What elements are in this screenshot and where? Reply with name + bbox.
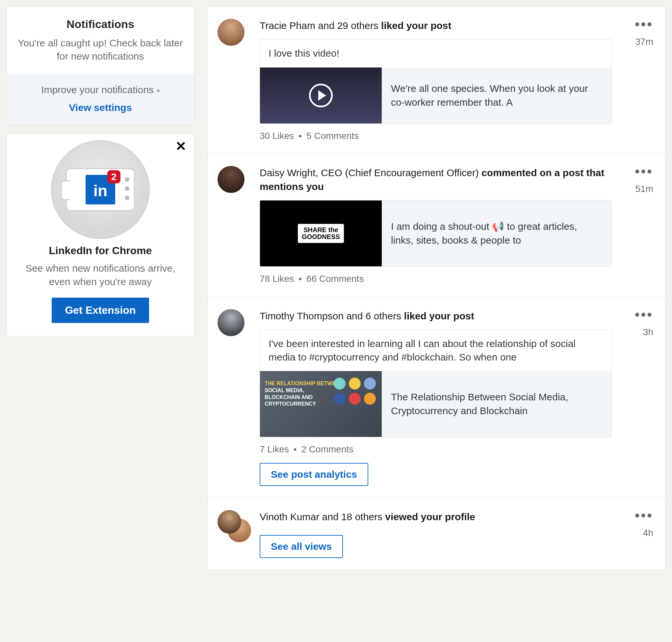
notifications-settings-area: Improve your notifications View settings (7, 74, 194, 125)
likes-count[interactable]: 7 Likes (260, 444, 289, 454)
notification-item[interactable]: Daisy Wright, CEO (Chief Encouragement O… (208, 154, 665, 297)
timestamp: 37m (624, 36, 653, 48)
notifications-message: You're all caught up! Check back later f… (17, 37, 184, 63)
get-extension-button[interactable]: Get Extension (52, 298, 149, 323)
notification-headline: Vinoth Kumar and 18 others viewed your p… (260, 510, 624, 524)
sidebar: Notifications You're all caught up! Chec… (6, 7, 194, 336)
browser-window-icon: in 2 (66, 168, 135, 211)
headline-action: liked your post (381, 20, 451, 31)
avatar-col (218, 166, 250, 193)
notification-item[interactable]: Vinoth Kumar and 18 others viewed your p… (208, 498, 665, 570)
timestamp: 4h (624, 527, 653, 539)
headline-action: liked your post (404, 310, 474, 321)
post-stats: 78 Likes•66 Comments (260, 273, 624, 285)
avatar[interactable] (218, 166, 245, 193)
close-icon[interactable]: ✕ (175, 140, 187, 153)
timestamp: 3h (624, 326, 653, 338)
post-caption: The Relationship Between Social Media, C… (382, 371, 611, 437)
more-options-icon[interactable]: ••• (624, 309, 653, 320)
see-post-analytics-button[interactable]: See post analytics (260, 463, 368, 486)
post-preview[interactable]: I've been interested in learning all I c… (260, 330, 612, 437)
extension-illustration: in 2 (51, 140, 150, 239)
dot-separator-icon (157, 90, 160, 92)
headline-action: viewed your profile (385, 511, 475, 522)
avatar[interactable] (218, 309, 245, 336)
notification-item[interactable]: Timothy Thompson and 6 others liked your… (208, 297, 665, 498)
avatar-col (218, 309, 250, 336)
extension-promo-card: ✕ in 2 LinkedIn for Chrome See when new … (6, 133, 194, 336)
notification-item[interactable]: Tracie Pham and 29 others liked your pos… (208, 7, 665, 154)
image-thumbnail[interactable]: THE RELATIONSHIP BETWEEN SOCIAL MEDIA, B… (260, 371, 382, 437)
avatar-stack (218, 510, 250, 543)
likes-count[interactable]: 78 Likes (260, 273, 294, 284)
notification-headline: Timothy Thompson and 6 others liked your… (260, 309, 624, 323)
more-options-icon[interactable]: ••• (624, 166, 653, 177)
comments-count[interactable]: 5 Comments (306, 131, 359, 141)
extension-description: See when new notifications arrive, even … (17, 262, 184, 288)
thumbnail-icons (334, 377, 376, 405)
avatar[interactable] (218, 19, 245, 46)
post-preview[interactable]: SHARE the GOODNESS I am doing a shout-ou… (260, 200, 612, 267)
view-settings-link[interactable]: View settings (13, 101, 187, 115)
notification-headline: Daisy Wright, CEO (Chief Encouragement O… (260, 166, 624, 194)
post-stats: 30 Likes•5 Comments (260, 130, 624, 142)
likes-count[interactable]: 30 Likes (260, 131, 294, 141)
headline-prefix: Daisy Wright, CEO (Chief Encouragement O… (260, 167, 482, 178)
notifications-summary: Notifications You're all caught up! Chec… (7, 7, 194, 74)
notifications-title: Notifications (17, 17, 184, 32)
notification-badge: 2 (107, 170, 120, 183)
notifications-card: Notifications You're all caught up! Chec… (6, 7, 194, 126)
see-all-views-button[interactable]: See all views (260, 535, 343, 558)
post-preview[interactable]: I love this video! We're all one species… (260, 39, 612, 124)
post-text: I love this video! (260, 39, 611, 67)
post-stats: 7 Likes•2 Comments (260, 443, 624, 455)
post-caption: We're all one species. When you look at … (382, 67, 611, 124)
linkedin-logo-icon: in 2 (85, 175, 115, 204)
comments-count[interactable]: 66 Comments (306, 273, 364, 284)
thumbnail-overlay-text: THE RELATIONSHIP BETWEEN SOCIAL MEDIA, B… (265, 380, 343, 408)
post-text: I've been interested in learning all I c… (260, 330, 611, 371)
headline-prefix: Timothy Thompson and 6 others (260, 310, 404, 321)
avatar[interactable] (218, 510, 241, 534)
share-goodness-badge: SHARE the GOODNESS (298, 224, 344, 243)
notification-headline: Tracie Pham and 29 others liked your pos… (260, 19, 624, 33)
headline-prefix: Tracie Pham and 29 others (260, 20, 381, 31)
play-icon (309, 84, 333, 107)
post-caption: I am doing a shout-out 📢 to great articl… (382, 201, 611, 266)
extension-title: LinkedIn for Chrome (17, 244, 184, 258)
video-thumbnail[interactable] (260, 67, 382, 124)
image-thumbnail[interactable]: SHARE the GOODNESS (260, 201, 382, 266)
avatar-col (218, 19, 250, 46)
timestamp: 51m (624, 183, 653, 195)
comments-count[interactable]: 2 Comments (301, 444, 354, 454)
more-options-icon[interactable]: ••• (624, 19, 653, 30)
notifications-feed: Tracie Pham and 29 others liked your pos… (207, 7, 666, 570)
headline-prefix: Vinoth Kumar and 18 others (260, 511, 385, 522)
improve-notifications-label: Improve your notifications (41, 84, 154, 95)
more-options-icon[interactable]: ••• (624, 510, 653, 521)
